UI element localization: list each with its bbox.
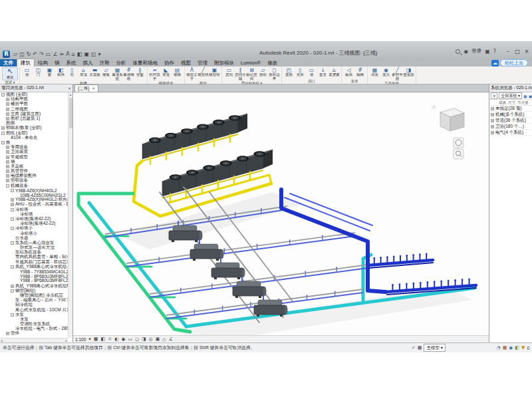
expand-icon[interactable]: + <box>6 174 9 178</box>
tree-item[interactable]: +离心式水泵机组 - 10CM 片系 - 泵螺旋 - 100-375-Ch… <box>0 307 68 312</box>
measure-icon[interactable]: ∠ <box>53 51 57 57</box>
ribbon-tab-8[interactable]: 体量和场地 <box>130 59 162 66</box>
revit-app-menu-button[interactable]: R <box>3 51 10 58</box>
ribbon-button-构件[interactable]: ◧构件 <box>55 67 66 77</box>
select-pinned-icon[interactable]: ◉ <box>509 344 513 351</box>
tree-item[interactable]: -冷却塔小 <box>0 226 68 231</box>
tree-item[interactable]: +AHU - 组合式 - 高装量板 - 卧式, 标准 - 2000 - 10… <box>0 202 68 207</box>
tree-item[interactable]: +Y988-4Z6(X)NH4GL2-双向装置 <box>0 198 68 202</box>
ribbon-button-查看器[interactable]: ◨查看器 <box>403 67 414 77</box>
tree-item[interactable]: -Y988-4Z6(X)NH4GL2 <box>0 188 68 193</box>
close-icon[interactable]: × <box>523 49 530 55</box>
tree-item[interactable]: +管件 <box>0 331 68 336</box>
system-browser-row[interactable]: +电气(4 个系统) <box>489 130 532 136</box>
drawing-area[interactable]: ⌂ <box>73 92 489 335</box>
expand-icon[interactable]: + <box>491 119 494 122</box>
ribbon-button-柱[interactable]: ▯柱 <box>66 67 78 77</box>
horizontal-scrollbar[interactable]: ◂▸ <box>0 338 68 342</box>
ribbon-tab-6[interactable]: 注释 <box>96 59 113 66</box>
ribbon-button-屋顶[interactable]: ⌂屋顶 <box>78 67 89 77</box>
tree-item[interactable]: +卧式泵—进出方法 <box>0 245 68 250</box>
tree-item[interactable]: +Y988 - 8P680U3MF8FL2 双侧装置 <box>0 279 68 283</box>
system-browser-header[interactable]: 系统浏览器 - 020-1.rvt × <box>489 84 532 92</box>
expand-icon[interactable]: + <box>11 198 14 201</box>
tag-icon[interactable]: ▣ <box>84 51 89 57</box>
navigation-bar[interactable] <box>454 138 464 159</box>
tree-item[interactable]: +冷却塔小 <box>0 231 68 235</box>
tree-item[interactable]: +Y988 - 7Y88534MC4GL2 <box>0 269 68 274</box>
expand-icon[interactable]: + <box>6 160 9 164</box>
scale-button[interactable]: 1:100 <box>75 337 86 342</box>
ribbon-button-墙[interactable]: ▭墙 <box>21 67 33 77</box>
tree-item[interactable]: +风机_Y988离心式冷水机组M <box>0 284 68 289</box>
tree-item[interactable]: +常规模型 <box>0 154 68 159</box>
tree-item[interactable]: -冷却塔(集塔42-22) <box>0 217 68 221</box>
select-links-icon[interactable]: ▦ <box>503 344 507 351</box>
ribbon-button-栏杆扶手[interactable]: ≡栏杆扶手 <box>149 67 160 81</box>
expand-icon[interactable]: + <box>491 113 494 116</box>
ribbon-tab-14[interactable]: 修改 <box>264 59 281 66</box>
tree-item[interactable]: +卫浴装置 <box>0 150 68 154</box>
cooling-tower-bank-back[interactable] <box>142 114 247 161</box>
ribbon-button-楼板[interactable]: ▱楼板 <box>100 67 112 77</box>
ribbon-button-房间[interactable]: ▭房间 <box>223 67 235 77</box>
ribbon-tab-9[interactable]: 协作 <box>161 59 178 66</box>
tree-item[interactable]: -族 <box>0 140 68 145</box>
redo-icon[interactable]: ↷ <box>39 51 44 57</box>
views-dropdown[interactable]: ∨ <box>491 92 497 99</box>
system-browser-row[interactable]: +卫浴(180 个…) <box>489 124 532 130</box>
tree-item[interactable]: +图例 <box>0 121 68 126</box>
ribbon-button-显示[interactable]: ◉显示 <box>380 67 392 77</box>
maximize-icon[interactable]: □ <box>514 49 521 55</box>
undo-icon[interactable]: ↶ <box>33 51 37 57</box>
expand-icon[interactable]: + <box>6 112 9 116</box>
open-icon[interactable]: ▱ <box>13 51 17 57</box>
expand-all-icon[interactable]: ▦ <box>523 94 527 98</box>
reveal-hidden-elements-icon[interactable]: ◎ <box>149 336 153 342</box>
default-3d-view-icon[interactable]: ⌂ <box>72 51 75 57</box>
tree-item[interactable]: +三维视图 <box>0 107 68 112</box>
tree-item[interactable]: -冷却塔 <box>0 207 68 212</box>
tree-item[interactable]: +楼层平面 <box>0 102 68 106</box>
expand-icon[interactable]: + <box>6 117 9 120</box>
expand-icon[interactable]: + <box>1 126 5 130</box>
viewcube[interactable]: ⌂ <box>432 104 464 131</box>
expand-icon[interactable]: + <box>11 285 14 288</box>
ribbon-button-模型文字[interactable]: A模型文字 <box>186 67 198 81</box>
tree-item[interactable]: -钢管(阀组) <box>0 289 68 293</box>
save-icon[interactable]: ◫ <box>19 51 25 57</box>
tree-item[interactable]: +分水器 <box>0 236 68 241</box>
print-icon[interactable]: ▭ <box>46 51 51 57</box>
expand-icon[interactable]: + <box>6 150 9 154</box>
expand-icon[interactable]: + <box>6 170 9 173</box>
tree-item[interactable]: +风管管件 <box>0 169 68 174</box>
ribbon-tab-13[interactable]: Lumion® <box>237 59 264 66</box>
tree-item[interactable]: +明细表/数量 (全部) <box>0 126 68 130</box>
expand-icon[interactable]: + <box>491 107 494 110</box>
expand-icon[interactable]: - <box>11 208 14 211</box>
expand-icon[interactable]: - <box>11 289 14 293</box>
expand-icon[interactable]: + <box>6 102 9 106</box>
tree-item[interactable]: +墙 <box>0 160 68 164</box>
ribbon-button-模型组[interactable]: ▣模型组 <box>209 67 220 77</box>
ribbon-button-房间分隔[interactable]: ∥房间分隔 <box>235 67 246 81</box>
worksets-icon[interactable]: ✓ <box>412 345 416 350</box>
expand-icon[interactable]: - <box>1 132 5 135</box>
background-processes-icon[interactable]: ◔ <box>497 344 501 351</box>
ribbon-button-设置[interactable]: ▦设置 <box>369 67 380 77</box>
minimize-icon[interactable]: – <box>505 49 511 55</box>
visual-style-icon[interactable]: ◧ <box>100 336 105 342</box>
cloud-upload-icon[interactable]: ☁ <box>491 60 499 66</box>
ribbon-button-竖梃[interactable]: ∥竖梃 <box>134 67 146 77</box>
tree-item[interactable]: +立面 (建筑立面) <box>0 112 68 116</box>
expand-icon[interactable]: + <box>6 179 9 182</box>
expand-icon[interactable]: + <box>6 98 9 101</box>
hide-analytical-model-icon[interactable]: △ <box>162 336 166 342</box>
detail-level-icon[interactable]: ▦ <box>94 336 98 342</box>
chiller-unit[interactable] <box>190 239 224 261</box>
aligned-dimension-icon[interactable]: ≡ <box>60 51 65 57</box>
cloud-upload-button[interactable]: 轻松上云 <box>500 59 528 66</box>
ribbon-tab-11[interactable]: 管理 <box>194 59 211 66</box>
expand-icon[interactable]: + <box>6 146 9 149</box>
tree-item[interactable]: +制冷机组 <box>0 303 68 307</box>
